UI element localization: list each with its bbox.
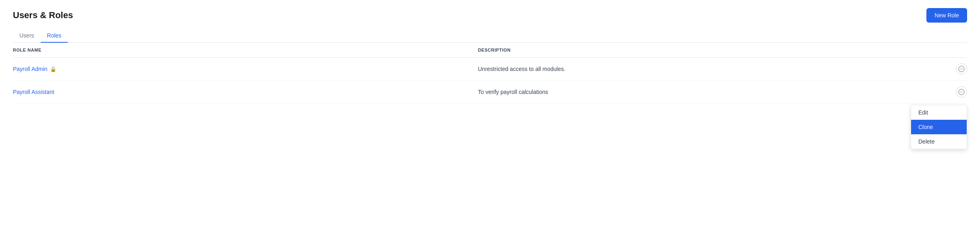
- page-title: Users & Roles: [13, 10, 73, 21]
- row-actions: [943, 86, 967, 98]
- role-description-payroll-assistant: To verify payroll calculations: [478, 89, 943, 95]
- more-circle-icon: [958, 66, 965, 72]
- svg-point-5: [960, 92, 961, 92]
- lock-icon: 🔒: [50, 66, 56, 72]
- more-options-button-payroll-admin[interactable]: [956, 63, 967, 75]
- row-actions: [943, 63, 967, 75]
- role-description-payroll-admin: Unrestricted access to all modules.: [478, 66, 943, 72]
- svg-point-3: [962, 69, 963, 69]
- roles-table: ROLE NAME DESCRIPTION Payroll Admin 🔒 Un…: [13, 43, 967, 104]
- context-menu: Edit Clone Delete: [911, 105, 967, 149]
- tab-roles[interactable]: Roles: [41, 29, 68, 43]
- tab-users[interactable]: Users: [13, 29, 41, 43]
- new-role-button[interactable]: New Role: [926, 8, 967, 23]
- role-name-payroll-admin[interactable]: Payroll Admin 🔒: [13, 66, 478, 72]
- table-header: ROLE NAME DESCRIPTION: [13, 43, 967, 58]
- svg-point-2: [961, 69, 962, 69]
- page-header: Users & Roles New Role: [13, 8, 967, 23]
- svg-point-1: [960, 69, 961, 69]
- col-header-description: DESCRIPTION: [478, 48, 943, 52]
- svg-point-6: [961, 92, 962, 92]
- table-row: Payroll Assistant To verify payroll calc…: [13, 81, 967, 104]
- more-options-button-payroll-assistant[interactable]: [956, 86, 967, 98]
- context-menu-item-edit[interactable]: Edit: [911, 105, 967, 120]
- col-header-role-name: ROLE NAME: [13, 48, 478, 52]
- tabs-container: Users Roles: [13, 29, 967, 43]
- role-name-payroll-assistant[interactable]: Payroll Assistant: [13, 89, 478, 95]
- context-menu-item-clone[interactable]: Clone: [911, 120, 967, 134]
- context-menu-item-delete[interactable]: Delete: [911, 134, 967, 149]
- more-circle-icon: [958, 89, 965, 95]
- page-container: Users & Roles New Role Users Roles ROLE …: [0, 0, 980, 250]
- svg-point-7: [962, 92, 963, 92]
- role-name-text: Payroll Admin: [13, 66, 48, 72]
- table-row: Payroll Admin 🔒 Unrestricted access to a…: [13, 58, 967, 81]
- role-name-text: Payroll Assistant: [13, 89, 54, 95]
